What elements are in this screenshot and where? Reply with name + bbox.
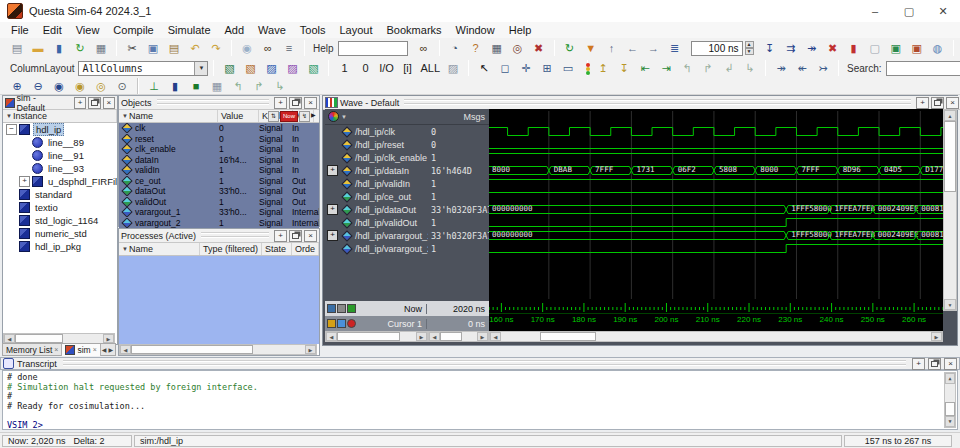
next-rise-icon[interactable]: ↱ <box>698 59 718 77</box>
undo-icon[interactable]: ↶ <box>185 39 205 57</box>
processes-hscrollbar[interactable]: ◀▶ <box>119 344 317 355</box>
wave-cursor-icon[interactable]: ⊥ <box>144 77 164 95</box>
collapse-time-icon[interactable]: ↞ <box>792 59 812 77</box>
add-to-schematic-icon[interactable]: ▧ <box>303 59 323 77</box>
next-transition-icon[interactable]: ⇥ <box>656 59 676 77</box>
objects-row-clk[interactable]: clk0SignalIn <box>119 123 319 134</box>
cursor-delete-icon[interactable] <box>347 319 356 328</box>
wave-vscrollbar[interactable]: ▲▼ <box>943 109 957 311</box>
wave-expand-icon[interactable]: + <box>327 165 338 176</box>
menu-wave[interactable]: Wave <box>251 23 293 37</box>
find-in-sim-icon[interactable]: ◎ <box>508 39 528 57</box>
redo-icon[interactable]: ↷ <box>206 39 226 57</box>
delete-cursor-icon[interactable]: ↧ <box>614 59 634 77</box>
edge-prev-icon[interactable]: ↰ <box>228 77 248 95</box>
print-icon[interactable]: ▦ <box>91 39 111 57</box>
dataflow-window-icon[interactable]: ▣ <box>886 39 906 57</box>
sim-dock-close-icon[interactable]: × <box>103 97 115 109</box>
tree-label[interactable]: std_logic_1164 <box>33 215 100 226</box>
columnlayout-select-arrow-icon[interactable]: ▼ <box>194 62 207 75</box>
objects-filter-icon[interactable]: ↯ <box>299 111 310 122</box>
crosshair-mode-icon[interactable]: ▭ <box>558 59 578 77</box>
restart-icon[interactable]: ↻ <box>560 39 580 57</box>
waveform-canvas[interactable]: 8000DBAB7FFF173106F2580880007FFF8D9604D5… <box>489 109 943 301</box>
run-continue-icon[interactable]: ⇉ <box>781 39 801 57</box>
add-to-wave-icon[interactable]: ▧ <box>219 59 239 77</box>
radix-binary-icon[interactable]: 1 <box>334 59 354 77</box>
schematic-window-icon[interactable]: ▣ <box>907 39 927 57</box>
menu-simulate[interactable]: Simulate <box>161 23 218 37</box>
wave-canvas-hscrollbar[interactable]: ◀▶ <box>489 331 943 342</box>
wave-footer-select-icon[interactable] <box>327 304 336 313</box>
tree-node-u_dsphdl_FIRFilter[interactable]: +u_dsphdl_FIRFilter <box>3 175 117 188</box>
wave-signal-clk_enable[interactable]: +/hdl_ip/clk_enable <box>325 151 428 164</box>
radix-io-icon[interactable]: I/O <box>376 59 396 77</box>
processes-column-header[interactable]: ▼Name Type (filtered) State Orde <box>119 243 319 256</box>
run-length-input[interactable]: 100 ns <box>691 41 743 56</box>
tree-label[interactable]: line__91 <box>46 150 86 161</box>
env-forward-icon[interactable]: → <box>644 39 664 57</box>
objects-dock-float-icon[interactable] <box>289 97 302 109</box>
menu-window[interactable]: Window <box>449 23 502 37</box>
tree-label[interactable]: line__93 <box>46 163 86 174</box>
tree-label[interactable]: textio <box>33 202 60 213</box>
wave-dock-add-icon[interactable]: + <box>916 97 929 109</box>
tree-node-standard[interactable]: +standard <box>3 188 117 201</box>
wave-signal-validIn[interactable]: +/hdl_ip/validIn <box>325 177 428 190</box>
wave-signal-varargout_1[interactable]: +/hdl_ip/varargout_1 <box>325 229 428 242</box>
tree-label[interactable]: hdl_ip_pkg <box>33 241 83 252</box>
environment-icon[interactable]: ▼ <box>581 39 601 57</box>
tree-twisty-icon[interactable]: + <box>19 176 30 187</box>
transcript-dock-float-icon[interactable] <box>928 358 941 370</box>
wave-signal-clk[interactable]: +/hdl_ip/clk <box>325 125 428 138</box>
processes-dock-close-icon[interactable]: × <box>304 230 317 242</box>
wave-signal-varargout_2[interactable]: +/hdl_ip/varargout_2 <box>325 242 428 255</box>
close-button[interactable]: ✕ <box>926 0 960 22</box>
select-mode-icon[interactable]: ↖ <box>474 59 494 77</box>
wave-grid-icon[interactable]: ■ <box>186 77 206 95</box>
new-file-icon[interactable]: ▤ <box>7 39 27 57</box>
cursor-edit-icon[interactable] <box>337 319 346 328</box>
paste-icon[interactable]: ▤ <box>164 39 184 57</box>
break-icon[interactable]: ✖ <box>823 39 843 57</box>
quit-sim-icon[interactable]: ✖ <box>529 39 549 57</box>
objects-now-icon[interactable]: Now <box>280 111 298 122</box>
tree-node-line__91[interactable]: +line__91 <box>3 149 117 162</box>
add-to-log-icon[interactable]: ▨ <box>261 59 281 77</box>
env-back-icon[interactable]: ← <box>623 39 643 57</box>
tree-node-numeric_std[interactable]: +numeric_std <box>3 227 117 240</box>
columnlayout-select[interactable]: AllColumns ▼ <box>78 61 208 76</box>
wave-palette-arrow-icon[interactable]: ▼ <box>341 114 347 120</box>
tree-label[interactable]: standard <box>33 189 74 200</box>
env-up-icon[interactable]: ↑ <box>602 39 622 57</box>
menu-help[interactable]: Help <box>502 23 539 37</box>
open-folder-icon[interactable]: ▬ <box>28 39 48 57</box>
edge-next-icon[interactable]: ↱ <box>249 77 269 95</box>
run-length-icon[interactable]: ≣ <box>665 39 685 57</box>
wave-signal-dataOut[interactable]: +/hdl_ip/dataOut <box>325 203 428 216</box>
tab-close-icon[interactable]: × <box>54 346 58 353</box>
cut-icon[interactable]: ✂ <box>122 39 142 57</box>
objects-view-icon[interactable]: ⇅ <box>268 111 279 122</box>
minimize-button[interactable]: – <box>858 0 892 22</box>
tab-sim[interactable]: sim× <box>62 344 100 356</box>
add-selected-icon[interactable]: ◉ <box>237 39 257 57</box>
wave-timeline-ruler[interactable]: 160 ns170 ns180 ns190 ns200 ns210 ns220 … <box>489 301 943 331</box>
copy-icon[interactable]: ▣ <box>143 39 163 57</box>
objects-row-varargout_2[interactable]: varargout_21SignalInternal <box>119 218 319 229</box>
radix-all-icon[interactable]: ALL <box>418 59 442 77</box>
tree-node-hdl_ip[interactable]: −hdl_ip <box>3 123 117 136</box>
objects-row-ce_out[interactable]: ce_out1SignalOut <box>119 176 319 187</box>
wave-lock-icon[interactable]: ▮ <box>165 77 185 95</box>
wave-group-icon[interactable]: ▦ <box>207 77 227 95</box>
wave-names-hscrollbar[interactable]: ◀▶ <box>325 331 428 342</box>
menu-bookmarks[interactable]: Bookmarks <box>380 23 449 37</box>
edit-mode-icon[interactable]: ⊞ <box>537 59 557 77</box>
radix-octal-icon[interactable]: 0 <box>355 59 375 77</box>
zoom-range-icon[interactable]: ◎ <box>91 77 111 95</box>
help-search-input[interactable] <box>338 41 408 56</box>
zoom-cursor-icon[interactable]: ◉ <box>70 77 90 95</box>
save-icon[interactable]: ▮ <box>49 39 69 57</box>
expand-time-icon[interactable]: ↠ <box>771 59 791 77</box>
objects-row-validIn[interactable]: validIn1SignalIn <box>119 165 319 176</box>
